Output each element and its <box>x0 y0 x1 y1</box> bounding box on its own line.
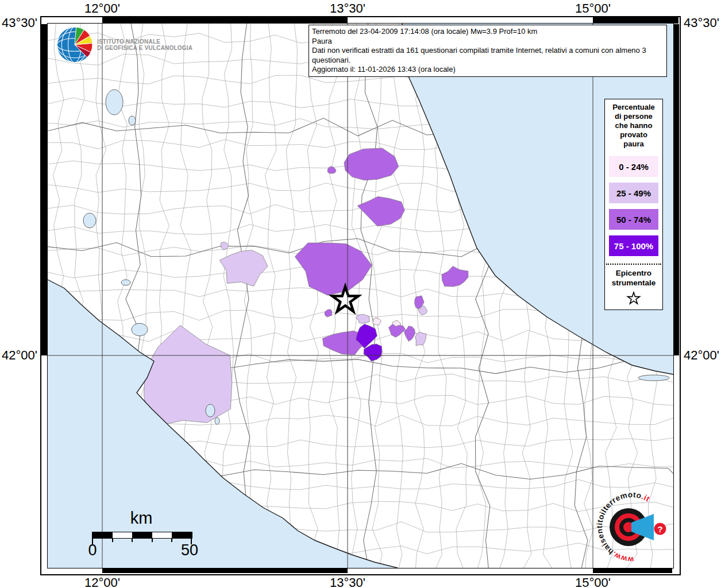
coord-label-top-1330: 13°30' <box>330 1 365 16</box>
lake <box>121 280 130 285</box>
haisentitoilterremoto-map-page: 12°00' 13°30' 15°00' 12°00' 13°30' 15°00… <box>0 0 721 588</box>
italy-map <box>48 24 673 568</box>
ingv-name-line1: ISTITUTO NAZIONALE <box>97 38 192 45</box>
ingv-name-line2: DI GEOFISICA E VULCANOLOGIA <box>97 45 192 52</box>
info-line-updated: Aggiornato il: 11-01-2026 13:43 (ora loc… <box>312 65 664 75</box>
legend: Percentuale di persone che hanno provato… <box>604 99 663 310</box>
info-line-event: Terremoto del 23-04-2009 17:14:08 (ora l… <box>312 27 664 37</box>
coord-label-top-15: 15°00' <box>575 1 611 16</box>
ingv-logo: ISTITUTO NAZIONALE DI GEOFISICA E VULCAN… <box>56 26 192 63</box>
info-line-type: Paura <box>312 37 664 47</box>
coord-label-bottom-15: 15°00' <box>575 575 611 588</box>
scale-tick <box>152 539 153 542</box>
lake <box>83 213 96 228</box>
coord-label-bottom-1330: 13°30' <box>330 575 365 588</box>
haisentito-watermark-logo: ? www.haisentitoilterremoto.it <box>591 483 678 571</box>
scale-unit-label: km <box>130 509 153 528</box>
coord-label-left-42: 42°00' <box>2 348 37 363</box>
legend-swatch-75-100: 75 - 100% <box>609 235 658 256</box>
lake <box>638 375 669 381</box>
legend-separator <box>606 264 661 265</box>
legend-epicenter-label: Epicentro strumentale <box>612 268 656 288</box>
coord-label-top-12: 12°00' <box>84 1 120 16</box>
scale-tick <box>112 539 113 542</box>
lake <box>129 116 136 125</box>
lake <box>132 323 148 336</box>
legend-star-icon <box>626 290 642 306</box>
svg-text:?: ? <box>657 524 662 534</box>
coord-label-right-42: 42°00' <box>684 348 719 363</box>
earthquake-info-box: Terremoto del 23-04-2009 17:14:08 (ora l… <box>309 25 667 77</box>
coord-label-left-4330: 43°30' <box>2 16 37 30</box>
legend-swatch-25-49: 25 - 49% <box>609 183 658 203</box>
scale-start-label: 0 <box>88 541 97 559</box>
scale-end-label: 50 <box>181 541 198 559</box>
scale-tick <box>132 539 133 542</box>
scale-tick <box>171 539 172 542</box>
lake <box>106 90 123 115</box>
coord-label-bottom-12: 12°00' <box>84 575 120 588</box>
info-line-source: Dati non verificati estratti da 161 ques… <box>312 46 664 65</box>
map-canvas <box>47 23 674 568</box>
legend-swatch-50-74: 50 - 74% <box>609 209 658 230</box>
legend-swatch-0-24: 0 - 24% <box>609 156 658 177</box>
ingv-globe-icon <box>56 26 93 63</box>
lake <box>215 417 219 424</box>
lake <box>206 404 215 417</box>
coord-label-right-4330: 43°30' <box>684 16 719 30</box>
legend-title: Percentuale di persone che hanno provato… <box>612 103 655 149</box>
scale-bar <box>92 532 192 539</box>
